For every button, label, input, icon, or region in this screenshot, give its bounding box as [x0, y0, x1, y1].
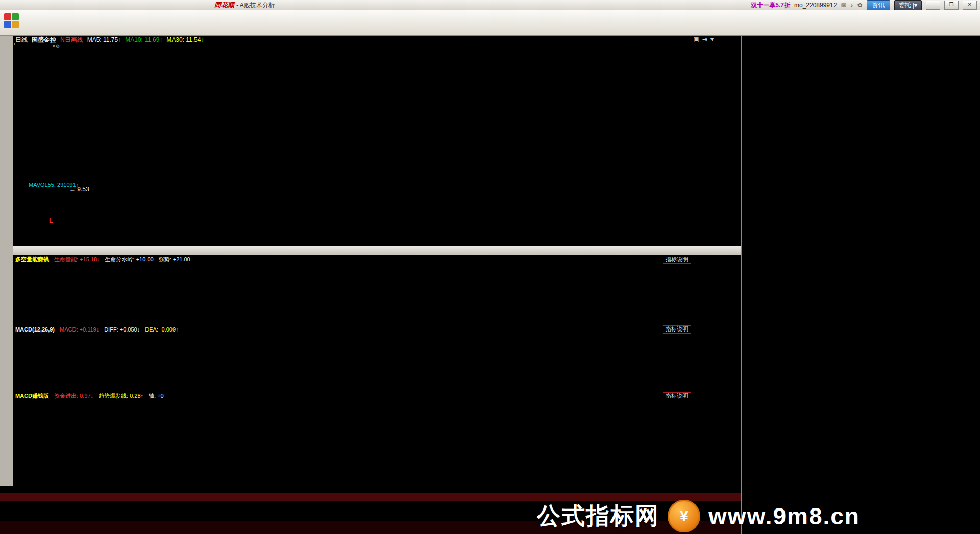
user-id: mo_220899912: [794, 2, 837, 9]
pane3-header: MACD赚钱版 资金进出: 0.97↓ 趋势爆发线: 0.28↑ 轴: +0: [15, 392, 164, 400]
watermark-site: 公式指标网: [537, 500, 659, 532]
news-button[interactable]: 资讯: [867, 0, 890, 11]
quote-panel: [741, 36, 980, 534]
watermark-url: www.9m8.cn: [708, 502, 860, 530]
draw-tool-label[interactable]: N日画线: [60, 36, 83, 44]
mavol-label: MAVOL55: 291091↑: [29, 182, 79, 188]
pane2-header: MACD(12,26,9) MACD: +0.119↓ DIFF: +0.050…: [15, 325, 179, 333]
lock-icon[interactable]: ▣: [694, 36, 699, 43]
l-marker: L: [49, 217, 53, 224]
chevron-down-icon[interactable]: ▾: [710, 36, 714, 43]
app-window: { "titlebar":{"menus":["系统","报价","分析","扩…: [0, 0, 980, 534]
pane1-help-button[interactable]: 指标说明: [663, 256, 691, 264]
close-button[interactable]: ✕: [963, 1, 977, 10]
ma10-value: MA10: 11.69↑: [125, 36, 162, 43]
close-icon[interactable]: ✕⚙: [52, 44, 60, 49]
ma5-value: MA5: 11.75↑: [87, 36, 121, 43]
promo-text[interactable]: 双十一享5.7折: [751, 1, 790, 10]
clothes-icon[interactable]: ✿: [857, 2, 862, 9]
title-bar: 同花顺 - A股技术分析 双十一享5.7折 mo_220899912 ✉ ♪ ✿…: [0, 0, 980, 11]
chart-area: 日线 国盛金控 N日画线 MA5: 11.75↑ MA10: 11.69↑ MA…: [13, 36, 741, 486]
watermark: 公式指标网 ¥ www.9m8.cn: [537, 500, 860, 532]
chart-header: 日线 国盛金控 N日画线 MA5: 11.75↑ MA10: 11.69↑ MA…: [13, 36, 743, 44]
left-sidebar: [0, 36, 13, 486]
ma30-value: MA30: 11.54↓: [166, 36, 204, 43]
main-toolbar: [0, 10, 980, 36]
watermark-logo: ¥: [668, 500, 700, 532]
bell-icon[interactable]: ♪: [850, 2, 853, 9]
restore-button[interactable]: ❐: [944, 1, 959, 10]
minimize-button[interactable]: —: [926, 1, 940, 10]
next-icon[interactable]: ⇥: [702, 36, 707, 43]
pane2-help-button[interactable]: 指标说明: [663, 325, 691, 334]
pane1-header: 多空量能赚钱 生命量能: +15.18↓ 生命分水岭: +10.00 强势: +…: [15, 256, 190, 263]
mail-icon[interactable]: ✉: [841, 2, 846, 9]
app-logo-icon[interactable]: [4, 13, 19, 29]
window-title: - A股技术分析: [236, 1, 275, 10]
kline-canvas[interactable]: [13, 44, 741, 486]
trade-button[interactable]: 委托 |▾: [894, 0, 922, 11]
volume-indicator-tabs: [13, 246, 741, 255]
app-logo-text: 同花顺: [214, 1, 234, 10]
pane3-help-button[interactable]: 指标说明: [663, 392, 691, 400]
ohlc-info-panel[interactable]: ✕⚙: [14, 43, 61, 45]
